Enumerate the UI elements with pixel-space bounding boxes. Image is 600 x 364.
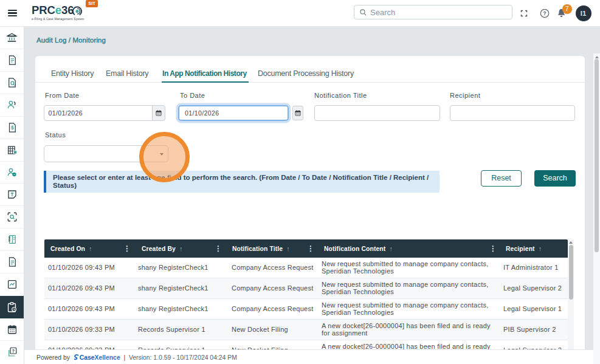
svg-text:?: ? [12, 348, 15, 354]
svg-text:?: ? [543, 10, 546, 16]
svg-text:$: $ [11, 125, 14, 131]
